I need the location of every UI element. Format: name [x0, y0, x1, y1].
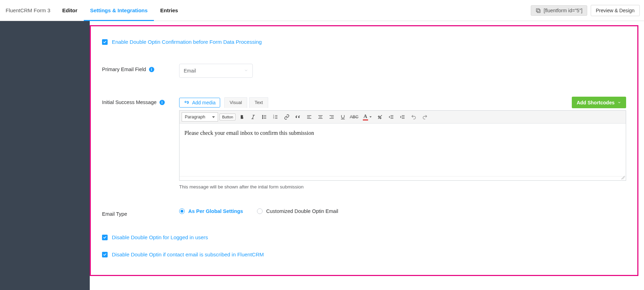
double-optin-panel: Enable Double Optin Confirmation before …	[90, 25, 638, 276]
chevron-down-icon	[617, 100, 621, 105]
svg-point-10	[263, 118, 263, 119]
link-button[interactable]	[282, 112, 292, 122]
enable-double-optin-row: Enable Double Optin Confirmation before …	[102, 39, 626, 45]
primary-email-label-wrap: Primary Email Field i	[102, 64, 179, 72]
shortcode-text: [fluentform id="5"]	[544, 8, 583, 13]
top-header: FluentCRM Form 3 Editor Settings & Integ…	[0, 0, 644, 21]
tab-settings-integrations[interactable]: Settings & Integrations	[84, 0, 154, 21]
radio-dot-icon	[179, 208, 185, 214]
editor-toolbar: Paragraph Button	[179, 111, 626, 124]
insert-button-chip[interactable]: Button	[219, 113, 236, 120]
settings-sidebar	[0, 21, 90, 290]
add-shortcodes-label: Add Shortcodes	[577, 100, 615, 105]
strikethrough-button[interactable]: ABC	[349, 112, 359, 122]
blockquote-button[interactable]	[293, 112, 303, 122]
paragraph-format-label: Paragraph	[185, 115, 205, 119]
email-type-custom-label: Customized Double Optin Email	[266, 208, 338, 214]
success-message-help: This message will be shown after the int…	[179, 184, 626, 189]
primary-email-row: Primary Email Field i Email	[102, 64, 626, 78]
email-type-options: As Per Global Settings Customized Double…	[179, 208, 626, 214]
info-icon[interactable]: i	[160, 100, 165, 105]
header-tabs: Editor Settings & Integrations Entries	[56, 0, 184, 21]
underline-button[interactable]	[338, 112, 348, 122]
rich-editor: Paragraph Button	[179, 110, 626, 181]
email-type-label-wrap: Email Type	[102, 208, 179, 217]
disable-subscribed-row: Disable Double Optin if contact email is…	[102, 251, 626, 257]
shortcode-display[interactable]: [fluentform id="5"]	[531, 5, 587, 16]
svg-rect-0	[536, 8, 539, 12]
chevron-down-icon	[244, 68, 248, 74]
radio-dot-icon	[257, 208, 263, 214]
bold-button[interactable]	[237, 112, 247, 122]
undo-button[interactable]	[409, 112, 419, 122]
media-icon	[184, 100, 189, 105]
bullet-list-button[interactable]	[259, 112, 269, 122]
svg-rect-1	[537, 9, 540, 13]
add-media-button[interactable]: Add media	[179, 98, 220, 108]
primary-email-select[interactable]: Email	[179, 64, 253, 78]
main-content: Enable Double Optin Confirmation before …	[90, 21, 644, 290]
svg-point-2	[185, 101, 186, 103]
email-type-global-label: As Per Global Settings	[188, 208, 243, 214]
tab-entries[interactable]: Entries	[154, 0, 184, 21]
add-media-label: Add media	[192, 100, 216, 105]
clear-formatting-button[interactable]	[375, 112, 385, 122]
success-message-label-wrap: Initial Success Message i	[102, 97, 179, 105]
editor-mode-tabs: Visual Text	[224, 97, 268, 108]
enable-double-optin-checkbox[interactable]	[102, 39, 108, 45]
text-color-button[interactable]: A	[360, 112, 374, 122]
svg-point-6	[263, 115, 263, 116]
primary-email-label: Primary Email Field	[102, 67, 146, 72]
preview-design-button[interactable]: Preview & Design	[591, 5, 640, 16]
success-message-label: Initial Success Message	[102, 99, 157, 105]
italic-button[interactable]	[248, 112, 258, 122]
email-type-custom-radio[interactable]: Customized Double Optin Email	[257, 208, 338, 214]
redo-button[interactable]	[420, 112, 430, 122]
numbered-list-button[interactable]: 123	[271, 112, 280, 122]
shortcode-icon	[535, 8, 541, 13]
paragraph-format-select[interactable]: Paragraph	[182, 112, 218, 122]
svg-line-5	[252, 115, 254, 119]
tab-editor[interactable]: Editor	[56, 0, 84, 21]
align-center-button[interactable]	[316, 112, 325, 122]
editor-content[interactable]: Please check your email inbox to confirm…	[179, 124, 626, 176]
info-icon[interactable]: i	[149, 67, 154, 72]
bottom-checks: Disable Double Optin for Logged in users…	[102, 234, 626, 262]
caret-down-icon	[212, 116, 215, 118]
header-right: [fluentform id="5"] Preview & Design	[531, 0, 640, 21]
enable-double-optin-label: Enable Double Optin Confirmation before …	[112, 39, 262, 45]
disable-logged-label: Disable Double Optin for Logged in users	[112, 234, 208, 240]
form-title: FluentCRM Form 3	[4, 0, 56, 21]
editor-tab-visual[interactable]: Visual	[224, 97, 247, 108]
disable-subscribed-checkbox[interactable]	[102, 252, 108, 257]
align-right-button[interactable]	[327, 112, 337, 122]
success-message-row: Initial Success Message i Add media Visu…	[102, 97, 626, 189]
email-type-label: Email Type	[102, 211, 127, 217]
indent-button[interactable]	[398, 112, 407, 122]
add-shortcodes-button[interactable]: Add Shortcodes	[572, 97, 626, 108]
primary-email-value: Email	[184, 68, 196, 74]
align-left-button[interactable]	[304, 112, 314, 122]
svg-text:3: 3	[273, 117, 274, 119]
outdent-button[interactable]	[386, 112, 396, 122]
disable-logged-row: Disable Double Optin for Logged in users	[102, 234, 626, 240]
editor-resize-handle[interactable]	[179, 176, 626, 180]
svg-point-8	[263, 117, 263, 117]
editor-top-row: Add media Visual Text Add Shortcodes	[179, 97, 626, 108]
caret-down-icon	[370, 116, 372, 118]
email-type-row: Email Type As Per Global Settings Custom…	[102, 208, 626, 217]
disable-subscribed-label: Disable Double Optin if contact email is…	[112, 251, 264, 257]
disable-logged-checkbox[interactable]	[102, 235, 108, 240]
editor-tab-text[interactable]: Text	[249, 97, 268, 108]
email-type-global-radio[interactable]: As Per Global Settings	[179, 208, 243, 214]
